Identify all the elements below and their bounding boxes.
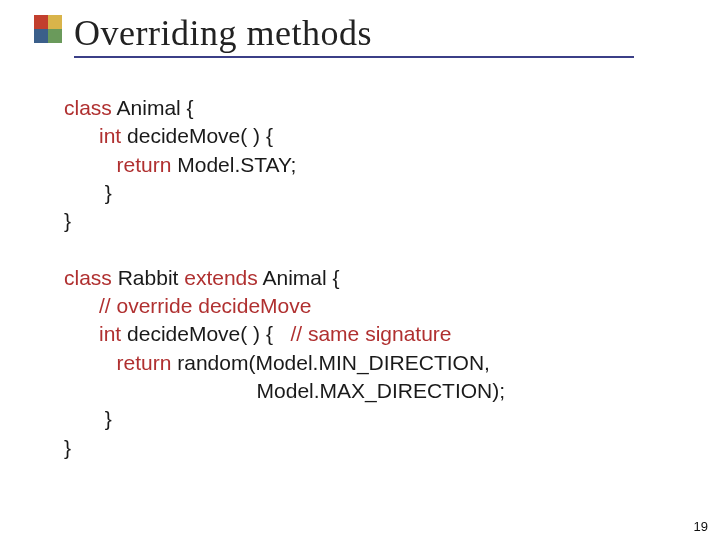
four-squares-icon	[34, 15, 70, 51]
comment: // same signature	[290, 322, 451, 345]
comment: // override decideMove	[64, 294, 311, 317]
kw-return: return	[64, 351, 177, 374]
kw-int: int	[64, 322, 127, 345]
code-text: random(Model.MIN_DIRECTION,	[177, 351, 490, 374]
code-text: }	[64, 407, 112, 430]
code-text: Model.STAY;	[177, 153, 296, 176]
kw-int: int	[64, 124, 127, 147]
code-text: Model.MAX_DIRECTION);	[64, 379, 505, 402]
page-number: 19	[694, 519, 708, 534]
code-text: }	[64, 209, 71, 232]
code-text: Animal {	[262, 266, 339, 289]
slide-title: Overriding methods	[74, 12, 372, 54]
code-text: Rabbit	[118, 266, 185, 289]
title-underline	[74, 56, 634, 58]
code-text: decideMove( ) {	[127, 124, 273, 147]
kw-extends: extends	[184, 266, 262, 289]
code-text: Animal {	[117, 96, 194, 119]
kw-class: class	[64, 266, 118, 289]
title-row: Overriding methods	[0, 0, 720, 54]
slide: Overriding methods class Animal { int de…	[0, 0, 720, 540]
code-block-animal: class Animal { int decideMove( ) { retur…	[64, 94, 720, 236]
code-text: }	[64, 181, 112, 204]
code-text: }	[64, 436, 71, 459]
code-block-rabbit: class Rabbit extends Animal { // overrid…	[64, 264, 720, 462]
kw-return: return	[64, 153, 177, 176]
code-text: decideMove( ) {	[127, 322, 290, 345]
kw-class: class	[64, 96, 117, 119]
